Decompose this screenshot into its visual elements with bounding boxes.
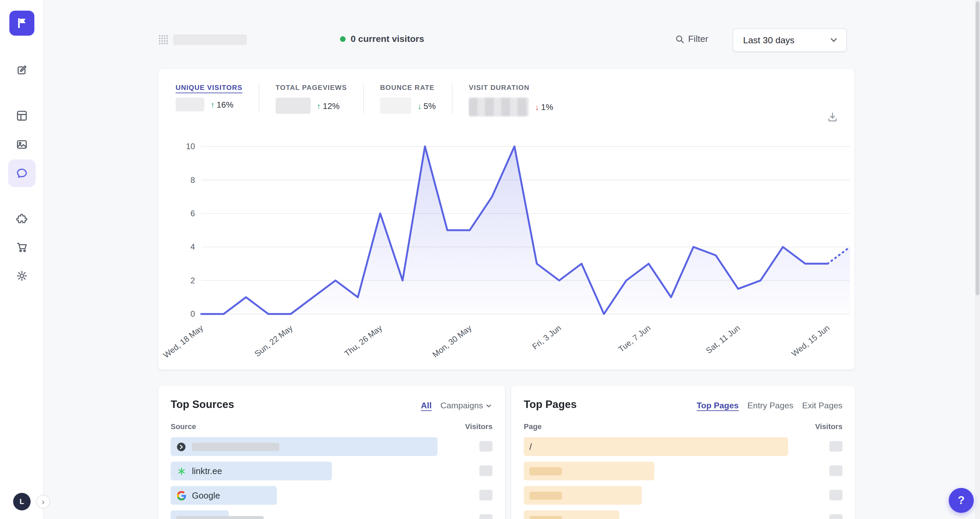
metric-change: ↓ 5%	[417, 101, 436, 111]
sources-list: linktr.eeGoogle	[170, 437, 492, 519]
plugins-icon	[16, 212, 28, 225]
column-page: Page	[524, 422, 542, 431]
metric-label: BOUNCE RATE	[380, 84, 436, 91]
site-favicon-icon	[176, 442, 186, 452]
svg-text:Sun, 22 May: Sun, 22 May	[253, 323, 294, 359]
column-visitors: Visitors	[815, 422, 842, 431]
sidebar-item-chat[interactable]	[8, 160, 36, 187]
pages-tabs: Top Pages Entry Pages Exit Pages	[697, 401, 843, 410]
svg-text:Sat, 11 Jun: Sat, 11 Jun	[704, 323, 741, 356]
sidebar-expand-button[interactable]: ›	[37, 495, 50, 508]
svg-text:Wed, 15 Jun: Wed, 15 Jun	[790, 323, 831, 358]
metric-label: TOTAL PAGEVIEWS	[275, 84, 347, 91]
svg-text:0: 0	[191, 309, 195, 318]
sources-row[interactable]	[170, 437, 492, 456]
visitors-value-redacted	[829, 466, 843, 476]
column-source: Source	[170, 422, 196, 431]
metric-visit-duration[interactable]: VISIT DURATION ↓ 1%	[469, 84, 570, 117]
chat-icon	[16, 167, 28, 179]
pages-row[interactable]: /	[524, 437, 843, 456]
svg-text:Fri, 3 Jun: Fri, 3 Jun	[530, 323, 563, 351]
sidebar-item-media[interactable]	[8, 131, 36, 158]
sources-tabs: All Campaigns	[421, 401, 492, 410]
visitors-value-redacted	[479, 514, 493, 519]
sidebar: L	[0, 0, 44, 519]
user-avatar[interactable]: L	[13, 493, 30, 510]
scrollbar-thumb[interactable]	[975, 2, 979, 295]
scrollbar[interactable]	[975, 0, 980, 519]
pages-columns: Page Visitors	[524, 422, 843, 431]
help-button[interactable]: ?	[949, 488, 974, 513]
filter-label: Filter	[688, 34, 708, 43]
svg-text:Tue, 7 Jun: Tue, 7 Jun	[617, 323, 652, 354]
tab-top-pages[interactable]: Top Pages	[697, 401, 739, 410]
metric-change: ↓ 1%	[535, 102, 553, 112]
redacted-label	[192, 442, 279, 450]
sidebar-item-layout[interactable]	[8, 102, 36, 129]
metric-label: VISIT DURATION	[469, 84, 553, 91]
sources-row[interactable]: linktr.ee	[170, 462, 492, 481]
flag-logo-icon	[15, 16, 29, 30]
cart-icon	[16, 241, 28, 253]
redacted-label	[176, 516, 264, 519]
metric-value-redacted	[275, 98, 311, 114]
metric-value-redacted	[176, 98, 204, 111]
app-logo[interactable]	[10, 11, 34, 35]
svg-text:10: 10	[186, 142, 195, 151]
chevron-down-icon	[485, 402, 492, 409]
sidebar-item-settings[interactable]	[8, 262, 36, 290]
top-sources-card: Top Sources All Campaigns Source Visitor…	[158, 386, 505, 519]
visitors-value-redacted	[479, 490, 493, 500]
live-dot-icon	[340, 36, 346, 42]
svg-text:4: 4	[191, 242, 195, 251]
sources-columns: Source Visitors	[170, 422, 492, 431]
analytics-dashboard: L › 0 current visitors Filter Last 30 da…	[0, 0, 980, 519]
sources-row[interactable]	[170, 511, 492, 519]
pages-row[interactable]	[524, 486, 843, 505]
redacted-label	[530, 516, 562, 519]
redacted-label	[530, 467, 562, 475]
sidebar-item-plugins[interactable]	[8, 205, 36, 233]
tab-campaigns[interactable]: Campaigns	[440, 401, 492, 410]
svg-text:2: 2	[191, 276, 195, 285]
sources-label: Google	[192, 490, 220, 500]
visitors-chart[interactable]: 0246810Wed, 18 MaySun, 22 MayThu, 26 May…	[173, 139, 851, 366]
date-range-select[interactable]: Last 30 days	[733, 28, 847, 52]
tab-entry-pages[interactable]: Entry Pages	[748, 401, 794, 410]
svg-text:Mon, 30 May: Mon, 30 May	[430, 323, 473, 359]
download-icon	[827, 111, 838, 123]
filter-button[interactable]: Filter	[675, 34, 708, 43]
metric-bounce-rate[interactable]: BOUNCE RATE ↓ 5%	[380, 84, 453, 114]
current-visitors-label: 0 current visitors	[350, 34, 424, 43]
pages-row-content	[524, 492, 562, 500]
metric-value-redacted	[380, 98, 411, 114]
tab-exit-pages[interactable]: Exit Pages	[802, 401, 843, 410]
current-visitors: 0 current visitors	[340, 34, 424, 43]
pages-row[interactable]	[524, 462, 843, 481]
sidebar-item-compose[interactable]	[8, 56, 36, 84]
visitors-value-redacted	[829, 514, 843, 519]
tab-all[interactable]: All	[421, 401, 432, 410]
sources-row-content	[170, 442, 279, 452]
sources-row[interactable]: Google	[170, 486, 492, 505]
metric-tabs: UNIQUE VISITORS ↑ 16% TOTAL PAGEVIEWS ↑ …	[176, 84, 585, 117]
sidebar-item-cart[interactable]	[8, 233, 36, 261]
visitors-value-redacted	[479, 441, 493, 452]
svg-text:Wed, 18 May: Wed, 18 May	[162, 323, 205, 360]
chevron-down-icon	[829, 35, 839, 45]
site-selector[interactable]	[158, 33, 247, 46]
metric-total-pageviews[interactable]: TOTAL PAGEVIEWS ↑ 12%	[275, 84, 364, 114]
export-button[interactable]	[827, 111, 838, 125]
top-pages-card: Top Pages Top Pages Entry Pages Exit Pag…	[511, 386, 855, 519]
pages-label: /	[530, 442, 532, 452]
pages-row-content: /	[524, 442, 532, 452]
sources-row-content	[170, 516, 264, 519]
arrow-down-icon: ↓	[535, 102, 539, 112]
layout-icon	[16, 109, 28, 122]
svg-text:8: 8	[191, 176, 195, 185]
visitors-value-redacted	[479, 466, 493, 476]
metric-unique-visitors[interactable]: UNIQUE VISITORS ↑ 16%	[176, 84, 259, 111]
pages-row[interactable]	[524, 511, 843, 519]
media-icon	[16, 138, 28, 151]
site-name-redacted	[173, 34, 247, 45]
